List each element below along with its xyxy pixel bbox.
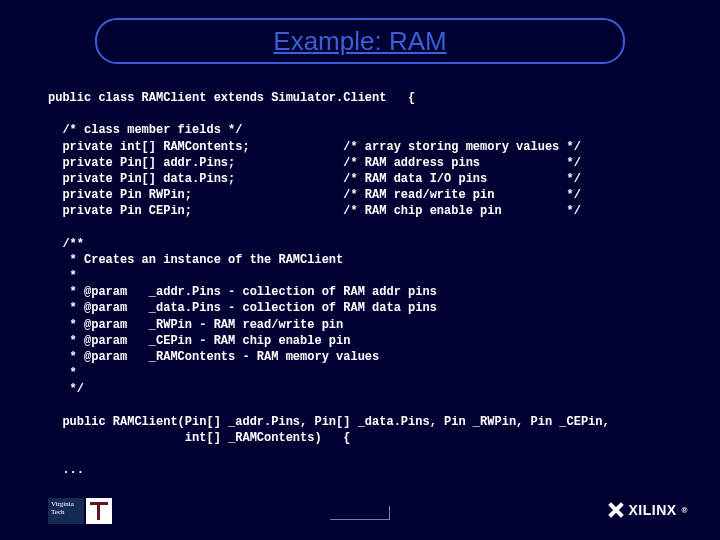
slide-title-box: Example: RAM: [95, 18, 625, 64]
vt-logo-text: Virginia Tech: [48, 498, 84, 524]
page-number-placeholder: [330, 506, 390, 520]
xilinx-text: XILINX: [628, 502, 676, 518]
code-block: public class RAMClient extends Simulator…: [48, 90, 690, 479]
footer: Virginia Tech XILINX ®: [0, 478, 720, 528]
xilinx-x-icon: [608, 502, 624, 518]
xilinx-logo: XILINX ®: [608, 502, 688, 518]
vt-logo-mark: [86, 498, 112, 524]
slide-title: Example: RAM: [273, 26, 446, 57]
vt-line2: Tech: [51, 508, 81, 516]
registered-mark: ®: [682, 506, 688, 515]
virginia-tech-logo: Virginia Tech: [48, 498, 112, 524]
vt-line1: Virginia: [51, 500, 81, 508]
